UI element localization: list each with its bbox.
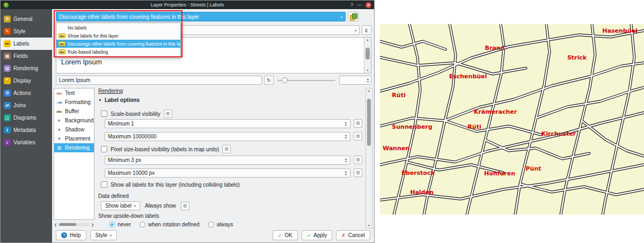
label-options-group[interactable]: ▼ Label options <box>98 97 140 103</box>
pixel-maximum-spinbox[interactable]: Maximum 10000 px ▲▼ <box>105 168 350 178</box>
close-icon[interactable]: ✕ <box>365 2 371 8</box>
sidebar-item-style[interactable]: ✎Style <box>1 25 52 38</box>
scroll-thumb[interactable] <box>365 48 370 60</box>
tab-list-hscrollbar[interactable]: ❮ ❯ <box>54 222 94 227</box>
scroll-down-icon[interactable]: ▼ <box>367 68 369 73</box>
ok-button[interactable]: ✓ OK <box>273 230 298 240</box>
spin-arrows[interactable]: ▲ ▼ <box>367 78 369 83</box>
pixel-visibility-checkbox[interactable] <box>101 146 107 152</box>
automated-placement-button[interactable] <box>348 12 358 21</box>
sidebar-item-rendering[interactable]: ▨Rendering <box>1 62 52 75</box>
minimize-icon[interactable]: — <box>357 2 362 8</box>
tab-label: Shadow <box>65 127 84 132</box>
sidebar-item-label: Labels <box>13 41 29 47</box>
radio-circle[interactable] <box>140 222 145 227</box>
epsilon-icon: ε <box>365 27 368 33</box>
show-all-labels-checkbox[interactable] <box>101 181 107 188</box>
render-icon: ▨ <box>4 65 11 72</box>
refresh-icon: ↻ <box>267 77 271 83</box>
help-icon[interactable]: ? <box>350 2 353 8</box>
show-label-button[interactable]: Show label ▾ <box>101 201 140 210</box>
show-all-labels-label: Show all labels for this layer (includin… <box>111 182 240 188</box>
labeling-option-discourage-other-labels-from-covering-features-in-this-layer[interactable]: abcDiscourage other labels from covering… <box>56 40 180 48</box>
radio-when-rotation-defined[interactable]: when rotation defined <box>140 222 200 227</box>
sidebar-item-label: Actions <box>13 90 31 96</box>
radio-never[interactable]: never <box>109 222 131 227</box>
shadow-icon: ● <box>56 127 63 132</box>
tab-text[interactable]: abcText <box>54 89 94 98</box>
sidebar-item-labels[interactable]: abcLabels <box>1 38 52 50</box>
scale-minimum-spinbox[interactable]: Minimum 1 ▲▼ <box>105 119 350 128</box>
radio-circle[interactable] <box>208 222 214 227</box>
map[interactable]: HasenbüelBrandStrickEschenbüelRütiKrämer… <box>380 24 644 215</box>
data-defined-icon[interactable]: ⚙ <box>164 109 172 118</box>
spin-arrows[interactable]: ▲▼ <box>345 158 347 163</box>
data-defined-icon[interactable]: ⚙ <box>354 156 362 164</box>
tab-formatting[interactable]: +abFormatting <box>54 98 94 107</box>
pixel-minimum-spinbox[interactable]: Minimum 3 px ▲▼ <box>105 156 350 165</box>
data-defined-icon[interactable]: ⚙ <box>354 168 362 177</box>
sidebar-item-actions[interactable]: ⚙Actions <box>1 87 52 99</box>
scroll-down-icon[interactable]: ▼ <box>368 223 370 228</box>
collapse-triangle-icon[interactable]: ▼ <box>98 98 102 102</box>
scroll-up-icon[interactable]: ▲ <box>368 89 370 93</box>
scroll-thumb[interactable] <box>367 99 371 146</box>
show-all-labels-row: Show all labels for this layer (includin… <box>101 181 240 188</box>
scroll-right-icon[interactable]: ❯ <box>91 223 94 226</box>
titlebar[interactable]: Layer Properties - Streets | Labels ? — … <box>1 1 374 9</box>
data-defined-icon[interactable]: ⚙ <box>354 119 362 128</box>
labeling-mode-combo[interactable]: Discourage other labels from covering fe… <box>56 12 346 21</box>
chevron-down-icon: ▾ <box>134 204 136 208</box>
slider-handle[interactable] <box>282 77 288 83</box>
sidebar-item-joins[interactable]: ⇄Joins <box>1 99 52 112</box>
tab-shadow[interactable]: ●Shadow <box>54 125 94 134</box>
scale-maximum-spinbox[interactable]: Maximum 10000000 ▲▼ <box>105 132 350 141</box>
labeling-mode-popup: No labelsabcShow labels for this layerab… <box>56 23 181 57</box>
sample-text-input[interactable]: Lorem Ipsum <box>56 76 262 85</box>
sidebar-item-general[interactable]: ⚙General <box>1 13 52 25</box>
style-button[interactable]: Style ▾ <box>90 230 117 240</box>
help-button[interactable]: ? Help <box>56 230 86 240</box>
apply-button[interactable]: ✓ Apply <box>302 230 333 240</box>
preview-zoom-slider[interactable] <box>277 76 335 85</box>
data-defined-icon[interactable]: ⚙ <box>222 145 231 153</box>
labeling-option-no-labels[interactable]: No labels <box>56 24 180 32</box>
data-defined-icon[interactable]: ⚙ <box>181 202 189 210</box>
sidebar-item-label: Metadata <box>13 127 36 133</box>
label-preview-text: Lorem Ipsum <box>61 58 102 66</box>
tab-rendering[interactable]: ▧Rendering <box>54 143 94 152</box>
spin-arrows[interactable]: ▲▼ <box>345 134 347 139</box>
scroll-track <box>58 223 90 226</box>
preview-size-spinbox[interactable]: ▲ ▼ <box>339 76 371 85</box>
scroll-thumb[interactable] <box>59 223 76 226</box>
preview-scrollbar[interactable]: ▲ ▼ <box>364 38 371 73</box>
sidebar-item-display[interactable]: ❞Display <box>1 75 52 87</box>
spin-value: Minimum 3 px <box>108 157 141 163</box>
rule-label-icon: abc <box>58 49 65 54</box>
sidebar-item-variables[interactable]: εVariables <box>1 136 52 149</box>
scale-visibility-checkbox[interactable] <box>101 111 107 117</box>
cross-icon: ✗ <box>341 233 346 238</box>
labeling-option-show-labels-for-this-layer[interactable]: abcShow labels for this layer <box>56 32 180 40</box>
layer-properties-window: Layer Properties - Streets | Labels ? — … <box>0 0 375 243</box>
refresh-preview-button[interactable]: ↻ <box>264 76 274 85</box>
scroll-left-icon[interactable]: ❮ <box>54 223 57 226</box>
spin-arrows[interactable]: ▲▼ <box>345 171 347 176</box>
sidebar-item-fields[interactable]: ▦Fields <box>1 50 52 62</box>
labeling-option-rule-based-labeling[interactable]: abcRule-based labeling <box>56 48 180 56</box>
radio-circle[interactable] <box>109 222 115 227</box>
tab-buffer[interactable]: abcBuffer <box>54 107 94 116</box>
radio-always[interactable]: always <box>208 222 233 227</box>
sidebar-item-label: General <box>13 16 33 22</box>
cancel-button[interactable]: ✗ Cancel <box>336 230 370 240</box>
sidebar-item-diagrams[interactable]: ◫Diagrams <box>1 112 52 124</box>
tab-background[interactable]: ■Background <box>54 116 94 125</box>
spin-arrows[interactable]: ▲▼ <box>345 121 347 127</box>
scroll-up-icon[interactable]: ▲ <box>367 38 369 42</box>
expression-builder-button[interactable]: ε <box>362 25 371 35</box>
panel-scrollbar[interactable]: ▲ ▼ <box>365 88 372 229</box>
tab-placement[interactable]: +Placement <box>54 134 94 143</box>
data-defined-icon[interactable]: ⚙ <box>354 132 362 141</box>
tab-label: Placement <box>65 136 90 142</box>
sidebar-item-metadata[interactable]: ℹMetadata <box>1 124 52 136</box>
